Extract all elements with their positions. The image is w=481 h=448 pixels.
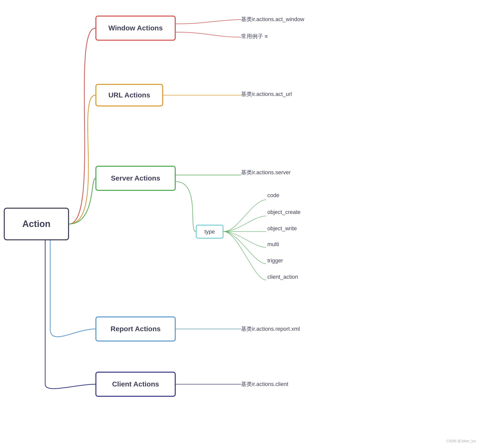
type-multi-text: multi: [267, 241, 279, 248]
report-label: Report Actions: [110, 325, 161, 333]
type-label: type: [204, 229, 215, 235]
window-label: Window Actions: [108, 24, 163, 32]
window-base-text: 基类ir.actions.act_window: [241, 16, 304, 23]
type-code-text: code: [267, 192, 279, 199]
action-label: Action: [22, 219, 50, 229]
server-actions-node: Server Actions: [95, 166, 176, 191]
report-base-text: 基类ir.actions.report.xml: [241, 325, 300, 333]
report-actions-node: Report Actions: [95, 316, 176, 342]
type-node: type: [196, 225, 223, 239]
client-label: Client Actions: [112, 380, 159, 388]
type-object-write-text: object_write: [267, 225, 297, 232]
type-trigger-text: trigger: [267, 257, 283, 264]
url-base-text: 基类ir.actions.act_url: [241, 90, 292, 98]
client-base-text: 基类ir.actions.client: [241, 380, 288, 388]
window-example-text: 常用例子 ≡: [241, 33, 268, 40]
type-object-create-text: object_create: [267, 209, 300, 215]
client-actions-node: Client Actions: [95, 372, 176, 397]
server-base-text: 基类ir.actions.server: [241, 169, 291, 176]
action-node: Action: [4, 208, 69, 240]
url-label: URL Actions: [108, 91, 150, 99]
url-actions-node: URL Actions: [95, 84, 163, 106]
type-client-action-text: client_action: [267, 274, 298, 280]
server-label: Server Actions: [111, 174, 160, 182]
window-actions-node: Window Actions: [95, 16, 176, 41]
watermark: CSDN @Joker_luv: [446, 439, 476, 443]
